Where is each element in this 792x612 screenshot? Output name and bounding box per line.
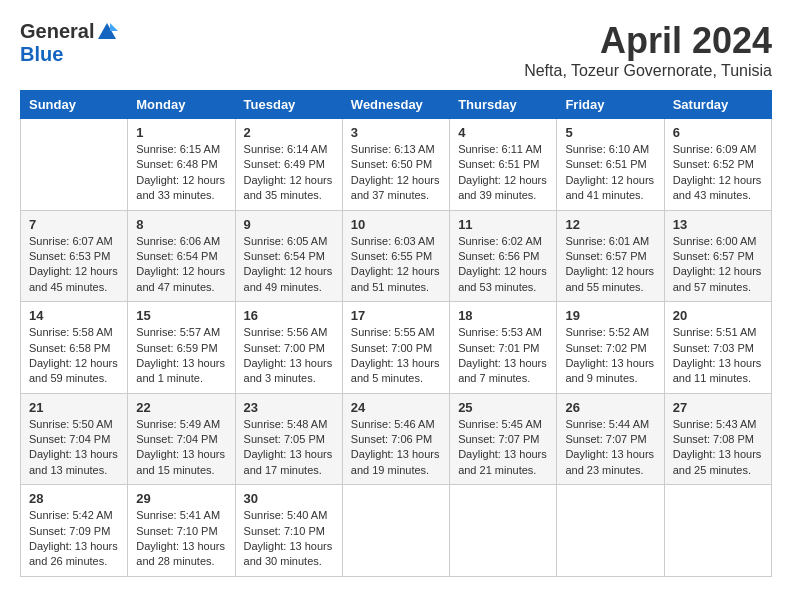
logo-blue-text: Blue	[20, 43, 63, 66]
title-block: April 2024 Nefta, Tozeur Governorate, Tu…	[524, 20, 772, 80]
day-info: Sunrise: 6:11 AM Sunset: 6:51 PM Dayligh…	[458, 142, 548, 204]
calendar-cell: 18Sunrise: 5:53 AM Sunset: 7:01 PM Dayli…	[450, 302, 557, 394]
calendar-cell: 7Sunrise: 6:07 AM Sunset: 6:53 PM Daylig…	[21, 210, 128, 302]
day-number: 10	[351, 217, 441, 232]
calendar-week-2: 7Sunrise: 6:07 AM Sunset: 6:53 PM Daylig…	[21, 210, 772, 302]
logo-general-text: General	[20, 20, 94, 43]
calendar-cell: 8Sunrise: 6:06 AM Sunset: 6:54 PM Daylig…	[128, 210, 235, 302]
calendar-cell: 13Sunrise: 6:00 AM Sunset: 6:57 PM Dayli…	[664, 210, 771, 302]
calendar-cell: 17Sunrise: 5:55 AM Sunset: 7:00 PM Dayli…	[342, 302, 449, 394]
day-number: 21	[29, 400, 119, 415]
day-info: Sunrise: 5:57 AM Sunset: 6:59 PM Dayligh…	[136, 325, 226, 387]
calendar-week-3: 14Sunrise: 5:58 AM Sunset: 6:58 PM Dayli…	[21, 302, 772, 394]
day-number: 3	[351, 125, 441, 140]
calendar-cell: 1Sunrise: 6:15 AM Sunset: 6:48 PM Daylig…	[128, 119, 235, 211]
day-number: 12	[565, 217, 655, 232]
day-info: Sunrise: 5:56 AM Sunset: 7:00 PM Dayligh…	[244, 325, 334, 387]
calendar-cell: 3Sunrise: 6:13 AM Sunset: 6:50 PM Daylig…	[342, 119, 449, 211]
day-info: Sunrise: 6:05 AM Sunset: 6:54 PM Dayligh…	[244, 234, 334, 296]
day-info: Sunrise: 5:53 AM Sunset: 7:01 PM Dayligh…	[458, 325, 548, 387]
calendar-cell: 30Sunrise: 5:40 AM Sunset: 7:10 PM Dayli…	[235, 485, 342, 577]
day-info: Sunrise: 6:10 AM Sunset: 6:51 PM Dayligh…	[565, 142, 655, 204]
calendar-cell	[21, 119, 128, 211]
day-info: Sunrise: 5:40 AM Sunset: 7:10 PM Dayligh…	[244, 508, 334, 570]
day-header-monday: Monday	[128, 91, 235, 119]
day-number: 5	[565, 125, 655, 140]
calendar-cell: 15Sunrise: 5:57 AM Sunset: 6:59 PM Dayli…	[128, 302, 235, 394]
day-info: Sunrise: 5:58 AM Sunset: 6:58 PM Dayligh…	[29, 325, 119, 387]
day-header-tuesday: Tuesday	[235, 91, 342, 119]
day-number: 13	[673, 217, 763, 232]
day-number: 8	[136, 217, 226, 232]
day-number: 6	[673, 125, 763, 140]
day-info: Sunrise: 6:07 AM Sunset: 6:53 PM Dayligh…	[29, 234, 119, 296]
day-number: 11	[458, 217, 548, 232]
day-number: 25	[458, 400, 548, 415]
calendar-cell: 21Sunrise: 5:50 AM Sunset: 7:04 PM Dayli…	[21, 393, 128, 485]
calendar-cell: 5Sunrise: 6:10 AM Sunset: 6:51 PM Daylig…	[557, 119, 664, 211]
month-title: April 2024	[524, 20, 772, 62]
day-header-sunday: Sunday	[21, 91, 128, 119]
day-number: 14	[29, 308, 119, 323]
day-number: 20	[673, 308, 763, 323]
calendar-cell: 24Sunrise: 5:46 AM Sunset: 7:06 PM Dayli…	[342, 393, 449, 485]
day-info: Sunrise: 6:02 AM Sunset: 6:56 PM Dayligh…	[458, 234, 548, 296]
day-info: Sunrise: 6:03 AM Sunset: 6:55 PM Dayligh…	[351, 234, 441, 296]
calendar-cell: 6Sunrise: 6:09 AM Sunset: 6:52 PM Daylig…	[664, 119, 771, 211]
day-info: Sunrise: 5:43 AM Sunset: 7:08 PM Dayligh…	[673, 417, 763, 479]
day-number: 17	[351, 308, 441, 323]
day-number: 28	[29, 491, 119, 506]
day-number: 22	[136, 400, 226, 415]
day-number: 1	[136, 125, 226, 140]
calendar-cell: 23Sunrise: 5:48 AM Sunset: 7:05 PM Dayli…	[235, 393, 342, 485]
calendar-cell	[664, 485, 771, 577]
calendar-cell: 11Sunrise: 6:02 AM Sunset: 6:56 PM Dayli…	[450, 210, 557, 302]
logo: General Blue	[20, 20, 118, 66]
calendar-week-5: 28Sunrise: 5:42 AM Sunset: 7:09 PM Dayli…	[21, 485, 772, 577]
calendar-cell: 29Sunrise: 5:41 AM Sunset: 7:10 PM Dayli…	[128, 485, 235, 577]
day-info: Sunrise: 6:06 AM Sunset: 6:54 PM Dayligh…	[136, 234, 226, 296]
calendar-week-1: 1Sunrise: 6:15 AM Sunset: 6:48 PM Daylig…	[21, 119, 772, 211]
svg-marker-1	[110, 23, 118, 31]
day-info: Sunrise: 5:42 AM Sunset: 7:09 PM Dayligh…	[29, 508, 119, 570]
day-number: 24	[351, 400, 441, 415]
day-number: 2	[244, 125, 334, 140]
calendar-header-row: SundayMondayTuesdayWednesdayThursdayFrid…	[21, 91, 772, 119]
calendar-cell: 4Sunrise: 6:11 AM Sunset: 6:51 PM Daylig…	[450, 119, 557, 211]
day-number: 9	[244, 217, 334, 232]
calendar-cell: 22Sunrise: 5:49 AM Sunset: 7:04 PM Dayli…	[128, 393, 235, 485]
calendar-cell	[557, 485, 664, 577]
day-info: Sunrise: 5:52 AM Sunset: 7:02 PM Dayligh…	[565, 325, 655, 387]
calendar-cell: 12Sunrise: 6:01 AM Sunset: 6:57 PM Dayli…	[557, 210, 664, 302]
calendar-cell: 25Sunrise: 5:45 AM Sunset: 7:07 PM Dayli…	[450, 393, 557, 485]
day-info: Sunrise: 5:48 AM Sunset: 7:05 PM Dayligh…	[244, 417, 334, 479]
day-info: Sunrise: 6:09 AM Sunset: 6:52 PM Dayligh…	[673, 142, 763, 204]
day-info: Sunrise: 6:01 AM Sunset: 6:57 PM Dayligh…	[565, 234, 655, 296]
calendar-week-4: 21Sunrise: 5:50 AM Sunset: 7:04 PM Dayli…	[21, 393, 772, 485]
calendar-cell: 20Sunrise: 5:51 AM Sunset: 7:03 PM Dayli…	[664, 302, 771, 394]
day-number: 30	[244, 491, 334, 506]
calendar-cell: 27Sunrise: 5:43 AM Sunset: 7:08 PM Dayli…	[664, 393, 771, 485]
day-info: Sunrise: 5:49 AM Sunset: 7:04 PM Dayligh…	[136, 417, 226, 479]
day-number: 29	[136, 491, 226, 506]
day-info: Sunrise: 5:50 AM Sunset: 7:04 PM Dayligh…	[29, 417, 119, 479]
calendar-cell: 16Sunrise: 5:56 AM Sunset: 7:00 PM Dayli…	[235, 302, 342, 394]
day-number: 19	[565, 308, 655, 323]
day-header-thursday: Thursday	[450, 91, 557, 119]
day-header-wednesday: Wednesday	[342, 91, 449, 119]
day-number: 26	[565, 400, 655, 415]
day-header-saturday: Saturday	[664, 91, 771, 119]
calendar-table: SundayMondayTuesdayWednesdayThursdayFrid…	[20, 90, 772, 577]
calendar-cell: 14Sunrise: 5:58 AM Sunset: 6:58 PM Dayli…	[21, 302, 128, 394]
day-info: Sunrise: 5:41 AM Sunset: 7:10 PM Dayligh…	[136, 508, 226, 570]
day-header-friday: Friday	[557, 91, 664, 119]
logo-icon	[96, 21, 118, 43]
day-number: 23	[244, 400, 334, 415]
day-info: Sunrise: 6:13 AM Sunset: 6:50 PM Dayligh…	[351, 142, 441, 204]
day-number: 27	[673, 400, 763, 415]
calendar-cell: 9Sunrise: 6:05 AM Sunset: 6:54 PM Daylig…	[235, 210, 342, 302]
day-info: Sunrise: 6:00 AM Sunset: 6:57 PM Dayligh…	[673, 234, 763, 296]
day-number: 4	[458, 125, 548, 140]
day-number: 7	[29, 217, 119, 232]
day-info: Sunrise: 6:15 AM Sunset: 6:48 PM Dayligh…	[136, 142, 226, 204]
